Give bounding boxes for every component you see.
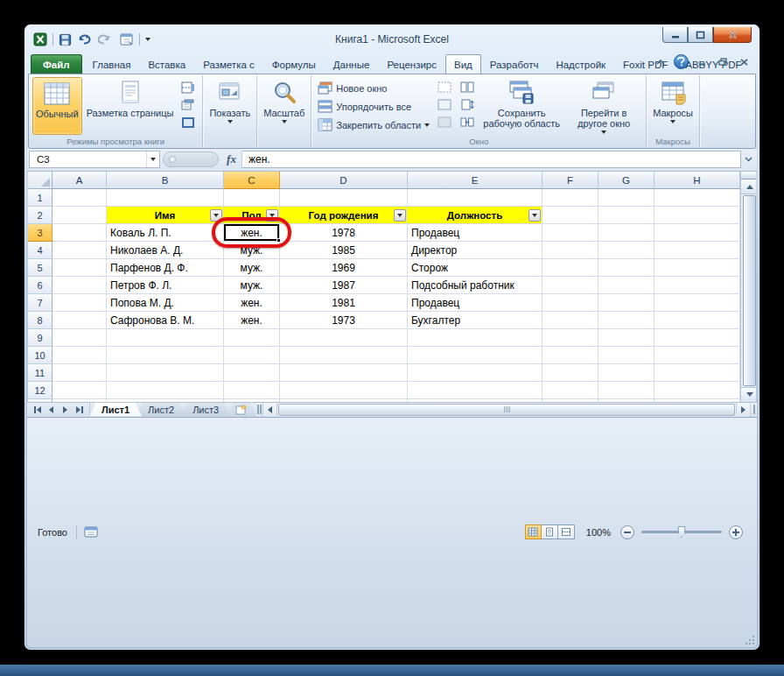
cell-C13[interactable] xyxy=(224,399,280,402)
cell-B12[interactable] xyxy=(107,382,224,399)
cell-F3[interactable] xyxy=(542,224,598,242)
cell-H12[interactable] xyxy=(654,382,740,399)
cell-C9[interactable] xyxy=(224,329,280,347)
cell-A1[interactable] xyxy=(52,189,107,207)
macro-record-icon[interactable] xyxy=(84,526,98,538)
cell-G6[interactable] xyxy=(598,277,654,294)
cell-G9[interactable] xyxy=(598,329,654,347)
arrange-all-button[interactable]: Упорядочить все xyxy=(315,97,432,116)
view-side-by-side-icon[interactable] xyxy=(458,80,476,95)
collapse-ribbon-icon[interactable] xyxy=(653,55,668,69)
row-header-4[interactable]: 4 xyxy=(28,242,52,259)
cell-G11[interactable] xyxy=(598,364,654,382)
cell-G2[interactable] xyxy=(598,207,654,224)
cell-B3[interactable]: Коваль Л. П. xyxy=(107,224,224,242)
cell-D13[interactable] xyxy=(280,399,408,402)
last-sheet-button[interactable] xyxy=(73,404,86,415)
filter-button-E2[interactable] xyxy=(528,209,541,222)
cell-H9[interactable] xyxy=(654,329,740,347)
cell-D10[interactable] xyxy=(280,347,408,364)
column-header-C[interactable]: C xyxy=(224,172,280,189)
cell-F13[interactable] xyxy=(542,399,598,402)
page-break-preview-icon[interactable] xyxy=(179,80,197,95)
cell-C12[interactable] xyxy=(224,382,280,399)
custom-views-icon[interactable] xyxy=(179,97,197,112)
cell-D6[interactable]: 1987 xyxy=(280,277,408,294)
cell-E8[interactable]: Бухгалтер xyxy=(408,312,542,329)
cell-H2[interactable] xyxy=(654,207,740,224)
cell-F7[interactable] xyxy=(542,294,598,312)
scroll-down-button[interactable] xyxy=(741,387,756,402)
show-dropdown-button[interactable]: Показать xyxy=(206,77,253,135)
ribbon-tab-9[interactable]: Разработч xyxy=(481,54,548,74)
window-split-handle[interactable] xyxy=(751,403,757,417)
row-header-10[interactable]: 10 xyxy=(28,347,52,364)
switch-windows-icon[interactable] xyxy=(119,32,135,47)
scroll-right-button[interactable] xyxy=(736,403,751,417)
cell-E3[interactable]: Продавец xyxy=(408,224,542,242)
split-icon[interactable] xyxy=(436,80,453,95)
cell-E11[interactable] xyxy=(408,364,542,382)
cell-C5[interactable]: муж. xyxy=(224,259,280,277)
column-header-A[interactable]: A xyxy=(52,172,107,189)
undo-button[interactable] xyxy=(75,32,94,47)
cell-D3[interactable]: 1978 xyxy=(280,224,408,242)
new-window-button[interactable]: Новое окно xyxy=(315,79,432,97)
cell-B6[interactable]: Петров Ф. Л. xyxy=(107,277,224,294)
scroll-up-button[interactable] xyxy=(741,180,756,194)
page-layout-shortcut[interactable] xyxy=(542,525,558,539)
cell-F6[interactable] xyxy=(542,277,598,294)
customize-qat-button[interactable] xyxy=(144,32,151,47)
row-header-11[interactable]: 11 xyxy=(28,364,52,382)
normal-view-shortcut[interactable] xyxy=(525,525,542,539)
first-sheet-button[interactable] xyxy=(31,404,44,415)
cell-F9[interactable] xyxy=(542,329,598,347)
minimize-button[interactable] xyxy=(662,27,688,43)
cell-F4[interactable] xyxy=(542,242,598,259)
cell-F12[interactable] xyxy=(542,382,598,399)
ribbon-tab-1[interactable]: Файл xyxy=(31,54,82,74)
selection-fill-handle[interactable] xyxy=(276,238,281,243)
cell-E1[interactable] xyxy=(408,189,542,207)
cell-B8[interactable]: Сафронова В. М. xyxy=(107,312,224,329)
ribbon-tab-7[interactable]: Рецензирс xyxy=(378,54,445,74)
cell-A6[interactable] xyxy=(52,277,107,294)
cell-H1[interactable] xyxy=(654,189,740,207)
row-header-9[interactable]: 9 xyxy=(28,329,52,347)
cell-C10[interactable] xyxy=(224,347,280,364)
normal-view-button[interactable]: Обычный xyxy=(32,77,82,135)
zoom-in-button[interactable] xyxy=(729,525,743,539)
cell-B4[interactable]: Николаев А. Д. xyxy=(107,242,224,259)
cell-C2[interactable]: Пол xyxy=(224,207,280,224)
cell-H5[interactable] xyxy=(654,259,740,277)
select-all-corner[interactable] xyxy=(28,172,52,189)
cell-G10[interactable] xyxy=(598,347,654,364)
redo-button[interactable] xyxy=(97,32,116,47)
cell-F5[interactable] xyxy=(542,259,598,277)
cell-C11[interactable] xyxy=(224,364,280,382)
ribbon-tab-5[interactable]: Формулы xyxy=(263,54,325,74)
cell-H11[interactable] xyxy=(654,364,740,382)
cell-D2[interactable]: Год рождения xyxy=(280,207,408,224)
cell-D12[interactable] xyxy=(280,382,408,399)
cell-E12[interactable] xyxy=(408,382,542,399)
name-box[interactable]: C3 xyxy=(29,151,160,168)
cell-A13[interactable] xyxy=(52,399,107,402)
cell-A5[interactable] xyxy=(52,259,107,277)
name-box-dropdown-icon[interactable] xyxy=(146,151,159,167)
cell-A7[interactable] xyxy=(52,294,107,312)
sheet-tab-1[interactable]: Лист1 xyxy=(89,403,142,417)
row-header-12[interactable]: 12 xyxy=(28,382,52,399)
insert-function-button[interactable]: fx xyxy=(221,151,242,168)
column-header-B[interactable]: B xyxy=(107,172,224,189)
cell-D4[interactable]: 1985 xyxy=(280,242,408,259)
cell-E13[interactable] xyxy=(408,399,542,402)
full-screen-icon[interactable] xyxy=(179,115,197,130)
cell-A8[interactable] xyxy=(52,312,107,329)
row-header-5[interactable]: 5 xyxy=(28,259,52,277)
cell-F8[interactable] xyxy=(542,312,598,329)
cell-C3[interactable]: жен. xyxy=(224,224,280,242)
cell-G4[interactable] xyxy=(598,242,654,259)
zoom-out-button[interactable] xyxy=(620,525,634,539)
column-header-D[interactable]: D xyxy=(280,172,408,189)
